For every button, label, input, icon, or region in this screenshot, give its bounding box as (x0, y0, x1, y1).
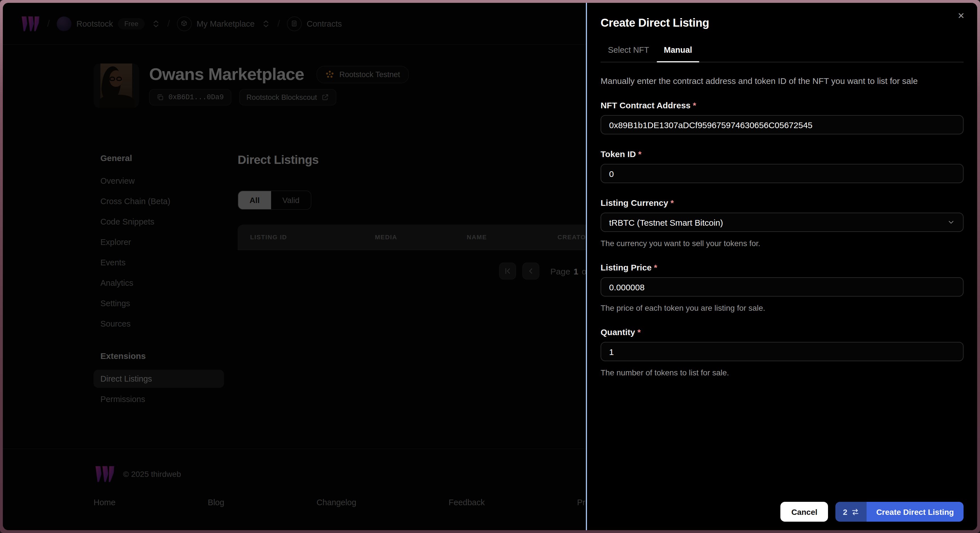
required-mark: * (638, 149, 641, 159)
chevron-down-icon (947, 218, 955, 226)
field-token-id: Token ID* (601, 149, 964, 183)
drawer-description: Manually enter the contract address and … (601, 76, 964, 86)
drawer-actions: Cancel 2 Create Direct Listing (781, 502, 964, 522)
field-helper: The currency you want to sell your token… (601, 239, 964, 248)
transaction-count-badge: 2 (836, 502, 867, 522)
create-direct-listing-drawer: ✕ Create Direct Listing Select NFT Manua… (586, 3, 977, 530)
field-label: Token ID (601, 149, 636, 159)
required-mark: * (654, 263, 657, 272)
cancel-button[interactable]: Cancel (781, 502, 828, 522)
swap-arrows-icon (851, 508, 859, 516)
drawer-tabs: Select NFT Manual (601, 45, 964, 62)
field-label: NFT Contract Address (601, 100, 690, 110)
field-helper: The number of tokens to list for sale. (601, 368, 964, 377)
field-label: Listing Currency (601, 198, 668, 207)
viewport: / Rootstock Free / My Marketplace / (0, 0, 980, 533)
listing-currency-select[interactable]: tRBTC (Testnet Smart Bitcoin) (601, 213, 964, 232)
token-id-input[interactable] (601, 164, 964, 183)
screen: / Rootstock Free / My Marketplace / (3, 3, 977, 530)
field-label: Listing Price (601, 263, 652, 272)
field-label: Quantity (601, 327, 635, 337)
contract-address-input[interactable] (601, 115, 964, 134)
quantity-input[interactable] (601, 342, 964, 361)
tab-manual[interactable]: Manual (657, 45, 700, 62)
field-quantity: Quantity* The number of tokens to list f… (601, 327, 964, 377)
required-mark: * (638, 327, 641, 337)
submit-label: Create Direct Listing (867, 502, 964, 522)
field-listing-price: Listing Price* The price of each token y… (601, 263, 964, 312)
listing-price-input[interactable] (601, 277, 964, 296)
close-icon[interactable]: ✕ (958, 11, 965, 21)
field-helper: The price of each token you are listing … (601, 303, 964, 312)
required-mark: * (693, 100, 696, 110)
window-frame: / Rootstock Free / My Marketplace / (0, 0, 980, 533)
tab-select-nft[interactable]: Select NFT (601, 45, 657, 62)
drawer-title: Create Direct Listing (601, 16, 964, 30)
selected-currency: tRBTC (Testnet Smart Bitcoin) (609, 218, 723, 227)
field-contract-address: NFT Contract Address* (601, 100, 964, 134)
field-listing-currency: Listing Currency* tRBTC (Testnet Smart B… (601, 198, 964, 248)
required-mark: * (670, 198, 674, 207)
create-direct-listing-button[interactable]: 2 Create Direct Listing (836, 502, 964, 522)
